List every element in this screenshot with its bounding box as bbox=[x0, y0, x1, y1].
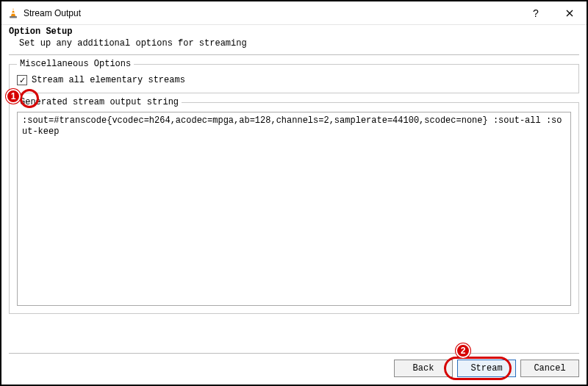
dialog-body: Option Setup Set up any additional optio… bbox=[9, 26, 579, 377]
checkbox-stream-all-label: Stream all elementary streams bbox=[32, 75, 185, 85]
group-output-string: Generated stream output string :sout=#tr… bbox=[9, 102, 579, 314]
group-misc-legend: Miscellaneous Options bbox=[17, 59, 134, 69]
group-misc-options: Miscellaneous Options ✓ Stream all eleme… bbox=[9, 64, 579, 93]
titlebar: Stream Output ? bbox=[1, 1, 587, 25]
window-title: Stream Output bbox=[19, 8, 519, 18]
output-string-textarea[interactable]: :sout=#transcode{vcodec=h264,acodec=mpga… bbox=[17, 112, 571, 306]
svg-rect-1 bbox=[12, 10, 15, 11]
annotation-marker-2: 2 bbox=[456, 343, 470, 358]
page-subtitle: Set up any additional options for stream… bbox=[9, 38, 579, 49]
svg-rect-3 bbox=[10, 16, 17, 18]
group-output-legend: Generated stream output string bbox=[17, 97, 182, 107]
close-button[interactable] bbox=[553, 1, 587, 25]
svg-marker-0 bbox=[11, 8, 15, 16]
vlc-icon bbox=[7, 7, 19, 19]
page-title: Option Setup bbox=[9, 26, 579, 37]
back-button[interactable]: Back bbox=[394, 360, 453, 377]
cancel-button[interactable]: Cancel bbox=[520, 360, 579, 377]
divider bbox=[9, 54, 579, 55]
button-row: Back Stream Cancel bbox=[9, 353, 579, 377]
checkbox-stream-all[interactable]: ✓ bbox=[17, 75, 27, 85]
help-button[interactable]: ? bbox=[519, 1, 553, 25]
svg-rect-2 bbox=[11, 12, 15, 14]
annotation-marker-1: 1 bbox=[6, 89, 21, 104]
stream-button[interactable]: Stream bbox=[457, 360, 516, 377]
